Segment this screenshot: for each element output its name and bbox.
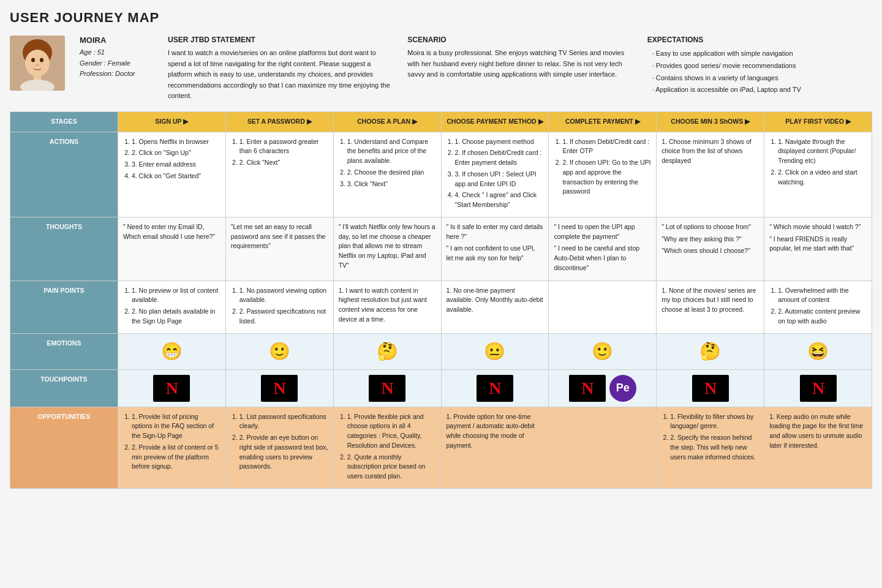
netflix-logo: N: [369, 375, 405, 402]
touchpoints-cell-6: N: [764, 369, 872, 407]
thoughts-cell-4: " I need to open the UPI app complete th…: [549, 217, 657, 281]
expectations-list: Easy to use application with simple navi…: [647, 48, 872, 96]
thoughts-cell-3: " Is it safe to enter my card details he…: [441, 217, 549, 281]
pain-point-cell-3: 1. No one-time payment available. Only M…: [441, 281, 549, 333]
persona-info: MOIRA Age : 51 Gender : Female Professio…: [80, 36, 153, 80]
row-label-thoughts: THOUGHTS: [10, 217, 118, 281]
persona-name: MOIRA: [80, 36, 153, 45]
netflix-logo: N: [692, 375, 729, 402]
opportunities-cell-0: 1. Provide list of pricing options in th…: [118, 407, 225, 488]
phonepe-logo: Pe: [609, 375, 636, 402]
emotions-cell-2: 🤔: [333, 333, 441, 369]
thoughts-cell-1: "Let me set an easy to recall password a…: [225, 217, 333, 281]
emotions-cell-3: 😐: [441, 333, 549, 369]
row-label-actions: ACTIONS: [10, 132, 118, 217]
action-cell-4: 1. If chosen Debit/Credit card : Enter O…: [549, 132, 657, 217]
stage-password: SET A PASSWORD: [225, 111, 333, 132]
emotions-cell-0: 😁: [118, 333, 225, 369]
stage-play-video: PLAY FIRST VIDEO: [764, 111, 872, 132]
stages-label: STAGES: [10, 111, 118, 132]
opportunities-cell-4: [549, 407, 657, 488]
opportunities-cell-3: 1. Provide option for one-time payment /…: [441, 407, 549, 488]
persona-photo: [10, 36, 65, 91]
touchpoints-cell-0: N: [118, 369, 225, 407]
action-cell-2: 1. Understand and Compare the benefits a…: [333, 132, 441, 217]
thoughts-cell-6: " Which movie should I watch ?"" I heard…: [764, 217, 872, 281]
opportunities-cell-1: 1. List password specifications clearly.…: [225, 407, 333, 488]
action-cell-1: 1. Enter a password greater than 6 chara…: [225, 132, 333, 217]
svg-point-5: [36, 64, 39, 66]
pain-point-cell-6: 1. Overwhelmed with the amount of conten…: [764, 281, 872, 333]
pain-point-cell-5: 1. None of the movies/ series are my top…: [657, 281, 764, 333]
touchpoints-cell-2: N: [333, 369, 441, 407]
row-label-pain-points: PAIN POINTS: [10, 281, 118, 333]
row-label-opportunities: OPPORTUNITIES: [10, 407, 118, 488]
opportunities-cell-6: 1. Keep audio on mute while loading the …: [764, 407, 872, 488]
stages-row: STAGES SIGN UP SET A PASSWORD CHOOSE A P…: [10, 111, 872, 132]
touchpoints-cell-5: N: [657, 369, 764, 407]
emotions-cell-1: 🙂: [225, 333, 333, 369]
netflix-logo: N: [800, 375, 837, 402]
svg-point-4: [40, 58, 43, 62]
jtbd-section: USER JTBD STATEMENT I want to watch a mo…: [168, 36, 393, 102]
opportunities-cell-5: 1. Flexibility to filter shows by langua…: [657, 407, 764, 488]
pain-point-cell-1: 1. No password viewing option available.…: [225, 281, 333, 333]
touchpoints-cell-4: N Pe: [549, 369, 657, 407]
action-cell-3: 1. Choose payment method2. If chosen Deb…: [441, 132, 549, 217]
expectations-section: EXPECTATIONS Easy to use application wit…: [647, 36, 872, 96]
stage-plan: CHOOSE A PLAN: [333, 111, 441, 132]
pain-point-cell-0: 1. No preview or list of content availab…: [118, 281, 225, 333]
persona-profession: Profession: Doctor: [80, 69, 153, 80]
page-title: USER JOURNEY MAP: [10, 10, 872, 26]
netflix-logo: N: [153, 375, 190, 402]
scenario-title: SCENARIO: [407, 36, 632, 44]
scenario-section: SCENARIO Moira is a busy professional. S…: [407, 36, 632, 80]
action-cell-5: 1. Choose minimum 3 shows of choice from…: [657, 132, 764, 217]
emotions-cell-5: 🤔: [657, 333, 764, 369]
opportunities-cell-2: 1. Provide flexible pick and choose opti…: [333, 407, 441, 488]
row-label-emotions: EMOTIONS: [10, 333, 118, 369]
persona-section: MOIRA Age : 51 Gender : Female Professio…: [10, 36, 872, 102]
stage-complete-payment: COMPLETE PAYMENT: [549, 111, 657, 132]
pain-point-cell-2: 1. I want to watch content in highest re…: [333, 281, 441, 333]
pain-point-cell-4: [549, 281, 657, 333]
stage-payment-method: CHOOSE PAYMENT METHOD: [441, 111, 549, 132]
action-cell-6: 1. Navigate through the displayed conten…: [764, 132, 872, 217]
thoughts-cell-2: " I'll watch Netflix only few hours a da…: [333, 217, 441, 281]
svg-point-3: [31, 58, 35, 62]
jtbd-text: I want to watch a movie/series on an onl…: [168, 48, 393, 102]
jtbd-title: USER JTBD STATEMENT: [168, 36, 393, 44]
scenario-text: Moira is a busy professional. She enjoys…: [407, 48, 632, 80]
emotions-cell-4: 🙂: [549, 333, 657, 369]
touchpoints-cell-1: N: [225, 369, 333, 407]
journey-table: STAGES SIGN UP SET A PASSWORD CHOOSE A P…: [10, 111, 872, 489]
persona-age: Age : 51: [80, 47, 153, 58]
touchpoints-cell-3: N: [441, 369, 549, 407]
row-label-touchpoints: TOUCHPOINTS: [10, 369, 118, 407]
expectations-title: EXPECTATIONS: [647, 36, 872, 44]
action-cell-0: 1. Opens Netflix in browser2. Click on "…: [118, 132, 225, 217]
netflix-logo: N: [261, 375, 298, 402]
thoughts-cell-0: " Need to enter my Email ID, Which email…: [118, 217, 225, 281]
netflix-logo: N: [477, 375, 513, 402]
stage-choose-shows: CHOOSE MIN 3 ShOWS: [657, 111, 764, 132]
persona-gender: Gender : Female: [80, 58, 153, 69]
svg-point-2: [25, 50, 50, 77]
netflix-logo: N: [569, 375, 606, 402]
emotions-cell-6: 😆: [764, 333, 872, 369]
thoughts-cell-5: " Lot of options to choose from""Why are…: [657, 217, 764, 281]
stage-signup: SIGN UP: [118, 111, 225, 132]
